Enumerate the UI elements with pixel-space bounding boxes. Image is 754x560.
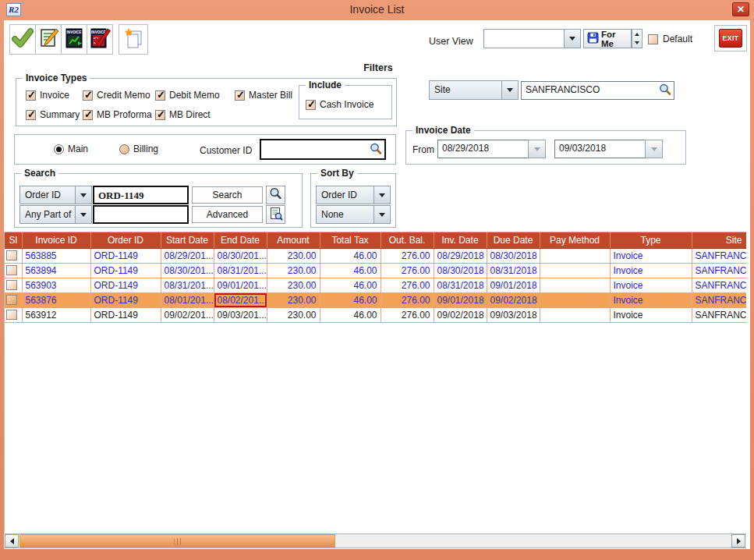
customer-id-input[interactable] bbox=[260, 139, 386, 160]
advanced-search-button[interactable] bbox=[266, 205, 285, 224]
cell-site[interactable]: SANFRANCISCO bbox=[692, 292, 746, 307]
column-header-type[interactable]: Type bbox=[610, 232, 692, 248]
radio-unselected-icon[interactable] bbox=[119, 144, 129, 154]
credit-memo-checkbox-item[interactable]: Credit Memo bbox=[83, 90, 150, 101]
invoice-row[interactable]: 563903ORD-114908/31/201...09/01/201...23… bbox=[5, 278, 746, 292]
cell-site[interactable]: SANFRANCISCO bbox=[692, 278, 746, 292]
invoice-checkbox-item[interactable]: Invoice bbox=[26, 90, 69, 101]
scroll-right-button[interactable] bbox=[731, 534, 745, 548]
cell-pay-method[interactable] bbox=[540, 263, 610, 278]
scrollbar-thumb[interactable] bbox=[19, 534, 335, 548]
column-header-amount[interactable]: Amount bbox=[267, 232, 320, 248]
sort-secondary-combobox[interactable]: None bbox=[316, 205, 391, 224]
cell-amount[interactable]: 230.00 bbox=[267, 263, 320, 278]
cell-order-id[interactable]: ORD-1149 bbox=[90, 263, 161, 278]
invoice-verify-button[interactable]: INVOICE bbox=[87, 24, 113, 55]
checkbox-checked-icon[interactable] bbox=[83, 110, 93, 120]
search-mode-query-input[interactable] bbox=[93, 205, 189, 224]
checkbox-checked-icon[interactable] bbox=[306, 100, 316, 110]
from-date-input[interactable]: 08/29/2018 bbox=[437, 140, 529, 158]
billing-radio-item[interactable]: Billing bbox=[119, 144, 158, 154]
column-header-out-bal[interactable]: Out. Bal. bbox=[381, 232, 434, 248]
cell-inv-date[interactable]: 08/29/2018 bbox=[434, 248, 487, 263]
checkbox-checked-icon[interactable] bbox=[26, 90, 36, 101]
search-query-input[interactable]: ORD-1149 bbox=[93, 186, 189, 204]
column-header-due-date[interactable]: Due Date bbox=[487, 232, 540, 248]
column-header-order-id[interactable]: Order ID bbox=[90, 232, 161, 248]
cell-start-date[interactable]: 08/31/201... bbox=[161, 278, 214, 292]
cell-total-tax[interactable]: 46.00 bbox=[320, 248, 381, 263]
invoice-row[interactable]: 563876ORD-114908/01/201...08/02/201...23… bbox=[5, 292, 746, 307]
cell-total-tax[interactable]: 46.00 bbox=[320, 292, 381, 307]
cell-end-date[interactable]: 09/01/201... bbox=[214, 278, 267, 292]
cell-out-bal[interactable]: 276.00 bbox=[381, 248, 434, 263]
cash-invoice-checkbox-item[interactable]: Cash Invoice bbox=[306, 99, 373, 110]
chevron-down-icon[interactable] bbox=[564, 30, 580, 48]
default-checkbox-item[interactable]: Default bbox=[648, 34, 692, 44]
cell-inv-date[interactable]: 08/30/2018 bbox=[434, 263, 487, 278]
search-button[interactable]: Search bbox=[192, 186, 263, 204]
cell-type[interactable]: Invoice bbox=[610, 278, 692, 292]
column-header-start-date[interactable]: Start Date bbox=[161, 232, 214, 248]
cell-pay-method[interactable] bbox=[540, 292, 610, 307]
master-bill-checkbox-item[interactable]: Master Bill bbox=[235, 90, 292, 101]
cell-total-tax[interactable]: 46.00 bbox=[320, 263, 381, 278]
column-header-end-date[interactable]: End Date bbox=[214, 232, 267, 248]
column-header-inv-date[interactable]: Inv. Date bbox=[434, 232, 487, 248]
cell-out-bal[interactable]: 276.00 bbox=[381, 292, 434, 307]
search-mode-combobox[interactable]: Any Part of ... bbox=[19, 205, 92, 224]
for-me-spinner[interactable] bbox=[632, 29, 642, 48]
column-header-pay-method[interactable]: Pay Method bbox=[540, 232, 610, 248]
chevron-down-icon[interactable] bbox=[501, 81, 518, 99]
checkbox-checked-icon[interactable] bbox=[83, 90, 93, 101]
chevron-down-icon[interactable] bbox=[373, 186, 390, 204]
row-select-cell[interactable] bbox=[5, 292, 22, 307]
checkbox-checked-icon[interactable] bbox=[155, 90, 165, 101]
cell-amount[interactable]: 230.00 bbox=[267, 278, 320, 292]
cell-invoice-id[interactable]: 563894 bbox=[22, 263, 90, 278]
search-field-combobox[interactable]: Order ID bbox=[19, 186, 92, 204]
close-button[interactable]: ✕ bbox=[732, 2, 749, 16]
chevron-down-icon[interactable] bbox=[75, 206, 91, 223]
confirm-button[interactable] bbox=[9, 24, 36, 55]
cell-out-bal[interactable]: 276.00 bbox=[381, 263, 434, 278]
invoice-row[interactable]: 563912ORD-114909/02/201...09/03/201...23… bbox=[5, 307, 746, 322]
row-checkbox-unchecked-icon[interactable] bbox=[6, 250, 17, 261]
cell-invoice-id[interactable]: 563885 bbox=[22, 248, 90, 263]
advanced-button[interactable]: Advanced bbox=[192, 206, 263, 223]
title-bar[interactable]: R2 Invoice List ✕ bbox=[0, 0, 754, 20]
sort-primary-combobox[interactable]: Order ID bbox=[316, 186, 391, 204]
to-date-dropdown-button[interactable] bbox=[645, 140, 663, 158]
cell-start-date[interactable]: 08/29/201... bbox=[161, 248, 214, 263]
debit-memo-checkbox-item[interactable]: Debit Memo bbox=[155, 90, 220, 101]
cell-site[interactable]: SANFRANCISCO bbox=[692, 248, 746, 263]
checkbox-checked-icon[interactable] bbox=[155, 110, 165, 120]
row-select-cell[interactable] bbox=[5, 248, 22, 263]
cell-order-id[interactable]: ORD-1149 bbox=[90, 278, 161, 292]
chevron-down-icon[interactable] bbox=[373, 206, 390, 223]
invoice-row[interactable]: 563894ORD-114908/30/201...08/31/201...23… bbox=[5, 263, 746, 278]
row-checkbox-unchecked-icon[interactable] bbox=[6, 310, 17, 320]
row-checkbox-unchecked-icon[interactable] bbox=[6, 280, 17, 290]
cell-order-id[interactable]: ORD-1149 bbox=[90, 248, 161, 263]
from-date-dropdown-button[interactable] bbox=[528, 140, 546, 158]
cell-total-tax[interactable]: 46.00 bbox=[320, 307, 381, 322]
spinner-up-icon[interactable] bbox=[632, 30, 642, 38]
row-select-cell[interactable] bbox=[5, 263, 22, 278]
row-select-cell[interactable] bbox=[5, 307, 22, 322]
cell-type[interactable]: Invoice bbox=[610, 263, 692, 278]
cell-inv-date[interactable]: 09/01/2018 bbox=[434, 292, 487, 307]
cell-due-date[interactable]: 09/01/2018 bbox=[487, 278, 540, 292]
cell-type[interactable]: Invoice bbox=[610, 292, 692, 307]
cell-amount[interactable]: 230.00 bbox=[267, 292, 320, 307]
search-icon[interactable] bbox=[370, 142, 382, 157]
cell-due-date[interactable]: 09/03/2018 bbox=[487, 307, 540, 322]
spinner-down-icon[interactable] bbox=[632, 38, 642, 47]
cell-due-date[interactable]: 08/31/2018 bbox=[487, 263, 540, 278]
cell-out-bal[interactable]: 276.00 bbox=[381, 278, 434, 292]
cell-due-date[interactable]: 09/02/2018 bbox=[487, 292, 540, 307]
cell-site[interactable]: SANFRANCISCO bbox=[692, 307, 746, 322]
site-field-combobox[interactable]: Site bbox=[429, 80, 519, 100]
cell-start-date[interactable]: 08/30/201... bbox=[161, 263, 214, 278]
cell-order-id[interactable]: ORD-1149 bbox=[90, 307, 161, 322]
